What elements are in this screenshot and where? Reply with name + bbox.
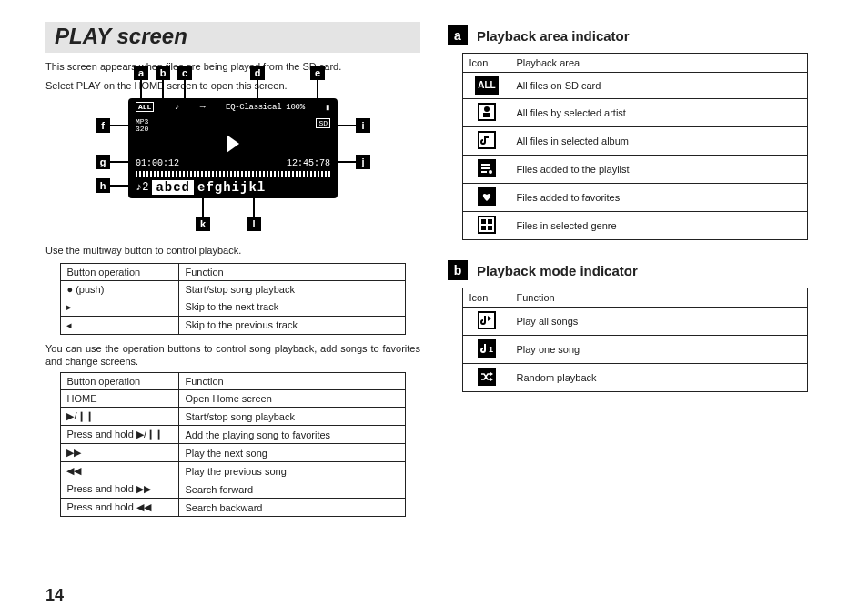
callout-g: g bbox=[96, 155, 110, 169]
table-cell: Press and hold ▶▶ bbox=[61, 480, 179, 499]
random-icon bbox=[463, 364, 510, 392]
table-cell: Files added to favorites bbox=[510, 184, 807, 212]
all-files-icon: ALL bbox=[463, 73, 510, 99]
table-cell: All files on SD card bbox=[510, 73, 807, 99]
table-cell: ▸ bbox=[61, 298, 179, 316]
table-cell: Play all songs bbox=[510, 308, 807, 336]
play-one-icon: 1 bbox=[463, 336, 510, 364]
table-cell: All files by selected artist bbox=[510, 99, 807, 127]
table-cell: Files in selected genre bbox=[510, 212, 807, 240]
intro-line-1: This screen appears when files are being… bbox=[45, 60, 420, 74]
table-cell: Start/stop song playback bbox=[179, 408, 405, 426]
heading-bar: PLAY screen bbox=[45, 22, 420, 53]
area-indicator-table: IconPlayback area ALLAll files on SD car… bbox=[462, 53, 807, 240]
album-icon bbox=[463, 127, 510, 156]
table-header: Icon bbox=[463, 288, 510, 308]
callout-a: a bbox=[134, 66, 148, 80]
lcd-play-icon bbox=[227, 135, 239, 153]
ops-caption: You can use the operation buttons to con… bbox=[45, 342, 420, 369]
callout-d: d bbox=[250, 66, 265, 80]
table-cell: ● (push) bbox=[61, 280, 179, 298]
callout-k: k bbox=[196, 217, 210, 231]
table-header: Playback area bbox=[510, 54, 807, 73]
table-cell: ▶/❙❙ bbox=[61, 408, 179, 426]
table-header: Button operation bbox=[61, 263, 179, 280]
svg-rect-2 bbox=[481, 164, 490, 166]
multiway-table: Button operationFunction ● (push)Start/s… bbox=[60, 263, 405, 335]
table-cell: ◂ bbox=[61, 316, 179, 334]
playlist-icon bbox=[463, 156, 510, 184]
lcd-time-remaining: 12:45:78 bbox=[287, 158, 330, 168]
callout-h: h bbox=[96, 178, 110, 193]
operation-table: Button operationFunction HOMEOpen Home s… bbox=[60, 372, 405, 517]
table-cell: Play the next song bbox=[179, 444, 405, 462]
svg-point-0 bbox=[484, 106, 490, 112]
lcd-sd-icon: SD bbox=[316, 118, 330, 128]
table-header: Function bbox=[510, 288, 807, 308]
table-cell: Start/stop song playback bbox=[179, 280, 405, 298]
lcd-progress-bar bbox=[136, 171, 330, 177]
table-cell: Play the previous song bbox=[179, 462, 405, 480]
genre-icon bbox=[463, 212, 510, 240]
callout-l: l bbox=[247, 217, 261, 231]
table-cell: ▶▶ bbox=[61, 444, 179, 462]
table-cell: Search forward bbox=[179, 480, 405, 499]
table-cell: Press and hold ◀◀ bbox=[61, 499, 179, 517]
callout-e: e bbox=[310, 66, 325, 80]
artist-icon bbox=[463, 99, 510, 127]
table-cell: HOME bbox=[61, 390, 179, 408]
svg-rect-4 bbox=[481, 171, 487, 173]
favorites-icon bbox=[463, 184, 510, 212]
callout-j: j bbox=[356, 155, 370, 169]
table-cell: Skip to the next track bbox=[179, 298, 405, 316]
lcd-title-highlight: abcd bbox=[152, 180, 194, 195]
table-header: Function bbox=[179, 373, 405, 390]
table-header: Button operation bbox=[61, 373, 179, 390]
svg-point-5 bbox=[489, 170, 492, 174]
svg-rect-3 bbox=[481, 167, 490, 169]
table-cell: Open Home screen bbox=[179, 390, 405, 408]
svg-rect-8 bbox=[481, 226, 486, 230]
table-cell: All files in selected album bbox=[510, 127, 807, 156]
right-column: a Playback area indicator IconPlayback a… bbox=[448, 22, 823, 517]
svg-text:1: 1 bbox=[489, 345, 493, 354]
table-cell: Skip to the previous track bbox=[179, 316, 405, 334]
section-a-title: Playback area indicator bbox=[477, 28, 630, 44]
table-cell: Search backward bbox=[179, 499, 405, 517]
intro-line-2: Select PLAY on the HOME screen to open t… bbox=[45, 79, 420, 93]
table-cell: Press and hold ▶/❙❙ bbox=[61, 426, 179, 444]
callout-i: i bbox=[356, 118, 370, 133]
table-cell: Play one song bbox=[510, 336, 807, 364]
callout-b: b bbox=[156, 66, 170, 80]
table-cell: ◀◀ bbox=[61, 462, 179, 480]
svg-rect-1 bbox=[483, 113, 490, 117]
section-b-title: Playback mode indicator bbox=[477, 263, 638, 278]
svg-rect-7 bbox=[488, 219, 492, 224]
table-header: Function bbox=[179, 263, 405, 280]
page-heading: PLAY screen bbox=[55, 24, 411, 49]
table-header: Icon bbox=[463, 54, 510, 73]
lcd-diagram: a b c d e f g h i j bbox=[45, 98, 420, 202]
section-badge-a: a bbox=[448, 25, 468, 45]
table-cell: Files added to the playlist bbox=[510, 156, 807, 184]
lcd-bitrate: 320 bbox=[136, 126, 148, 133]
svg-rect-9 bbox=[488, 226, 492, 230]
svg-rect-6 bbox=[481, 219, 486, 224]
table-cell: Random playback bbox=[510, 364, 807, 392]
multiway-caption: Use the multiway button to control playb… bbox=[45, 244, 420, 258]
page-number: 14 bbox=[45, 586, 64, 605]
callout-c: c bbox=[177, 66, 192, 80]
table-cell: Add the playing song to favorites bbox=[179, 426, 405, 444]
lcd-time-elapsed: 01:00:12 bbox=[136, 158, 179, 168]
callout-f: f bbox=[96, 118, 110, 133]
section-badge-b: b bbox=[448, 260, 468, 280]
lcd-screen: ALL ♪ → EQ-Classical 100% ▮ MP3 320 SD 0… bbox=[128, 98, 338, 198]
lcd-title-tail: efghijkl bbox=[197, 180, 266, 195]
mode-indicator-table: IconFunction Play all songs 1Play one so… bbox=[462, 288, 807, 392]
music-note-icon: ♪2 bbox=[136, 181, 148, 194]
lcd-area-icon: ALL bbox=[136, 102, 154, 112]
play-all-icon bbox=[463, 308, 510, 336]
left-column: PLAY screen This screen appears when fil… bbox=[45, 22, 420, 517]
lcd-eq-text: EQ-Classical 100% bbox=[226, 103, 305, 112]
